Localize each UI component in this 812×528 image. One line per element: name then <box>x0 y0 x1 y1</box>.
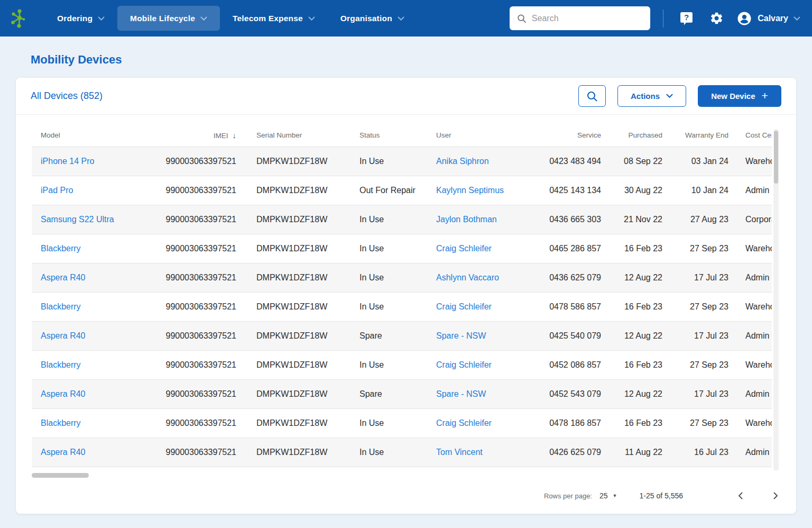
col-purchased[interactable]: Purchased <box>601 131 662 139</box>
nav-item-ordering[interactable]: Ordering <box>44 6 117 31</box>
settings-button[interactable] <box>706 8 727 29</box>
search-input[interactable] <box>532 14 643 23</box>
table-search-button[interactable] <box>578 85 606 107</box>
cell-imei: 990003063397521 <box>143 302 236 312</box>
col-status[interactable]: Status <box>354 131 428 139</box>
table-row[interactable]: Aspera R40 990003063397521 DMPKW1DZF18W … <box>32 380 772 409</box>
chevron-down-icon <box>98 16 105 21</box>
cell-cost-centre: Admin <box>728 448 772 457</box>
col-model[interactable]: Model <box>32 131 143 139</box>
cell-serial: DMPKW1DZF18W <box>236 418 354 428</box>
device-model-link[interactable]: iPad Pro <box>41 186 73 195</box>
vertical-scrollbar[interactable] <box>773 129 779 471</box>
cell-status: In Use <box>354 244 428 253</box>
gear-icon <box>709 11 724 25</box>
cell-cost-centre: Warehouse <box>728 418 772 428</box>
device-model-link[interactable]: iPhone 14 Pro <box>41 157 94 166</box>
nav-item-mobile-lifecycle[interactable]: Mobile Lifecycle <box>117 6 220 31</box>
new-device-button[interactable]: New Device + <box>698 85 781 107</box>
chevron-down-icon <box>308 16 315 21</box>
new-device-label: New Device <box>711 92 755 101</box>
user-link[interactable]: Tom Vincent <box>436 448 483 457</box>
cell-imei: 990003063397521 <box>143 389 236 399</box>
user-link[interactable]: Kaylynn Septimus <box>436 186 504 195</box>
rows-per-page-select[interactable]: 25 ▼ <box>599 491 617 500</box>
col-user[interactable]: User <box>428 131 539 139</box>
cell-status: In Use <box>354 418 428 428</box>
device-model-link[interactable]: Aspera R40 <box>41 273 86 282</box>
table-row[interactable]: Blackberry 990003063397521 DMPKW1DZF18W … <box>32 293 772 322</box>
card-toolbar: All Devices (852) Actions New Device + <box>16 78 796 115</box>
col-warranty-end[interactable]: Warranty End <box>662 131 728 139</box>
cell-purchased: 12 Aug 22 <box>601 331 662 341</box>
user-link[interactable]: Spare - NSW <box>436 389 486 398</box>
next-page-button[interactable] <box>769 489 781 502</box>
cell-purchased: 16 Feb 23 <box>601 302 662 312</box>
cell-serial: DMPKW1DZF18W <box>236 244 354 253</box>
table-row[interactable]: Blackberry 990003063397521 DMPKW1DZF18W … <box>32 234 772 263</box>
table-row[interactable]: Aspera R40 990003063397521 DMPKW1DZF18W … <box>32 263 772 293</box>
table-row[interactable]: Blackberry 990003063397521 DMPKW1DZF18W … <box>32 409 772 438</box>
user-link[interactable]: Craig Schleifer <box>436 418 492 427</box>
user-link[interactable]: Jaylon Bothman <box>436 215 497 224</box>
table-row[interactable]: Samsung S22 Ultra 990003063397521 DMPKW1… <box>32 205 772 234</box>
cell-imei: 990003063397521 <box>143 448 236 457</box>
device-model-link[interactable]: Blackberry <box>41 302 81 311</box>
table-row[interactable]: iPad Pro 990003063397521 DMPKW1DZF18W Ou… <box>32 176 772 205</box>
actions-button[interactable]: Actions <box>617 85 686 107</box>
nav-item-organisation[interactable]: Organisation <box>328 6 417 31</box>
device-model-link[interactable]: Aspera R40 <box>41 389 86 398</box>
previous-page-button[interactable] <box>735 489 747 502</box>
table-row[interactable]: iPhone 14 Pro 990003063397521 DMPKW1DZF1… <box>32 147 772 176</box>
device-model-link[interactable]: Aspera R40 <box>41 331 86 340</box>
cell-imei: 990003063397521 <box>143 244 236 253</box>
user-link[interactable]: Ashlynn Vaccaro <box>436 273 499 282</box>
user-link[interactable]: Craig Schleifer <box>436 244 492 253</box>
cell-warranty-end: 27 Sep 23 <box>662 418 728 428</box>
user-link[interactable]: Spare - NSW <box>436 331 486 340</box>
cell-imei: 990003063397521 <box>143 331 236 341</box>
cell-warranty-end: 27 Sep 23 <box>662 302 728 312</box>
cell-service: 0478 586 857 <box>539 302 601 312</box>
device-model-link[interactable]: Samsung S22 Ultra <box>41 215 114 224</box>
list-title[interactable]: All Devices (852) <box>31 90 103 102</box>
col-imei-label: IMEI <box>214 132 228 140</box>
device-model-link[interactable]: Blackberry <box>41 244 81 253</box>
chevron-right-icon <box>771 491 779 500</box>
horizontal-scrollbar-thumb[interactable] <box>32 473 89 478</box>
table-row[interactable]: Aspera R40 990003063397521 DMPKW1DZF18W … <box>32 438 772 467</box>
vertical-scrollbar-thumb[interactable] <box>774 131 778 184</box>
cell-serial: DMPKW1DZF18W <box>236 331 354 341</box>
nav-item-telecom-expense[interactable]: Telecom Expense <box>220 6 328 31</box>
device-model-link[interactable]: Aspera R40 <box>41 448 86 457</box>
cell-imei: 990003063397521 <box>143 418 236 428</box>
user-link[interactable]: Craig Schleifer <box>436 360 492 369</box>
pagination-range: 1-25 of 5,556 <box>639 491 683 500</box>
help-button[interactable]: ? <box>676 8 697 29</box>
chevron-left-icon <box>737 491 745 500</box>
device-model-link[interactable]: Blackberry <box>41 418 81 427</box>
col-service[interactable]: Service <box>539 131 601 139</box>
devices-card: All Devices (852) Actions New Device + M… <box>16 78 796 514</box>
cell-status: In Use <box>354 448 428 457</box>
table-row[interactable]: Aspera R40 990003063397521 DMPKW1DZF18W … <box>32 322 772 351</box>
device-model-link[interactable]: Blackberry <box>41 360 81 369</box>
user-link[interactable]: Anika Siphron <box>436 157 489 166</box>
cell-serial: DMPKW1DZF18W <box>236 186 354 195</box>
cell-serial: DMPKW1DZF18W <box>236 389 354 399</box>
user-menu[interactable]: Calvary <box>736 11 800 26</box>
cell-purchased: 08 Sep 22 <box>601 157 662 166</box>
cell-warranty-end: 17 Jul 23 <box>662 331 728 341</box>
user-link[interactable]: Craig Schleifer <box>436 302 492 311</box>
cell-service: 0436 625 079 <box>539 273 601 283</box>
cell-service: 0425 540 079 <box>539 331 601 341</box>
col-cost-centre[interactable]: Cost Centre <box>728 131 772 139</box>
pagination-bar: Rows per page: 25 ▼ 1-25 of 5,556 <box>544 489 781 502</box>
cell-status: In Use <box>354 215 428 224</box>
nav-divider <box>663 10 663 28</box>
app-logo-icon[interactable] <box>7 6 31 31</box>
col-imei-sorted[interactable]: IMEI↓ <box>143 131 236 140</box>
table-row[interactable]: Blackberry 990003063397521 DMPKW1DZF18W … <box>32 351 772 380</box>
cell-imei: 990003063397521 <box>143 215 236 224</box>
col-serial-number[interactable]: Serial Number <box>236 131 354 139</box>
